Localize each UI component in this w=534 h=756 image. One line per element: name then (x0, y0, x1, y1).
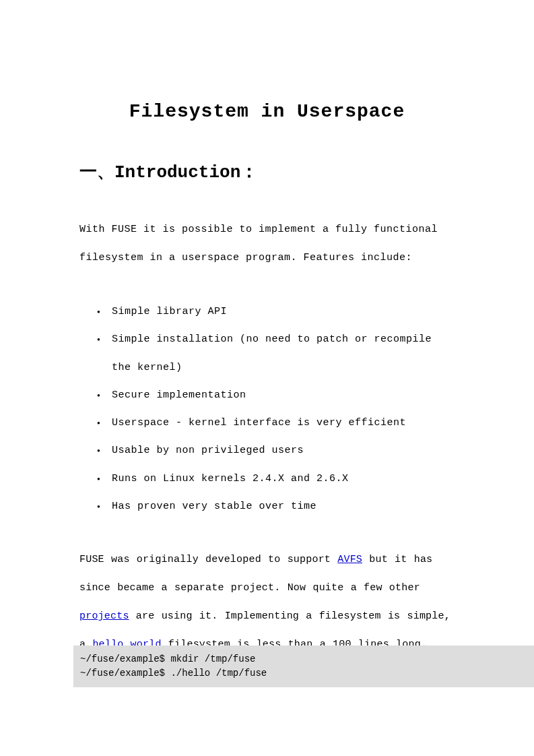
list-item: Simple library API (112, 298, 455, 325)
list-item: Userspace - kernel interface is very eff… (112, 409, 455, 437)
page-title: Filesystem in Userspace (79, 101, 455, 122)
list-item: Has proven very stable over time (112, 493, 455, 520)
list-item: Runs on Linux kernels 2.4.X and 2.6.X (112, 465, 455, 493)
list-item: Secure implementation (112, 381, 455, 409)
features-list: Simple library API Simple installation (… (79, 298, 455, 520)
code-line: ~/fuse/example$ ./hello /tmp/fuse (80, 666, 527, 681)
list-item: Simple installation (no need to patch or… (112, 325, 455, 381)
code-block: ~/fuse/example$ mkdir /tmp/fuse ~/fuse/e… (73, 645, 534, 687)
link-avfs[interactable]: AVFS (337, 554, 362, 565)
body-text-segment: FUSE was originally developed to support (79, 554, 337, 565)
intro-paragraph: With FUSE it is possible to implement a … (79, 216, 455, 272)
list-item: Usable by non privileged users (112, 437, 455, 464)
link-projects[interactable]: projects (79, 610, 129, 622)
code-line: ~/fuse/example$ mkdir /tmp/fuse (80, 652, 527, 666)
section-heading-introduction: 一、Introduction： (79, 160, 455, 183)
